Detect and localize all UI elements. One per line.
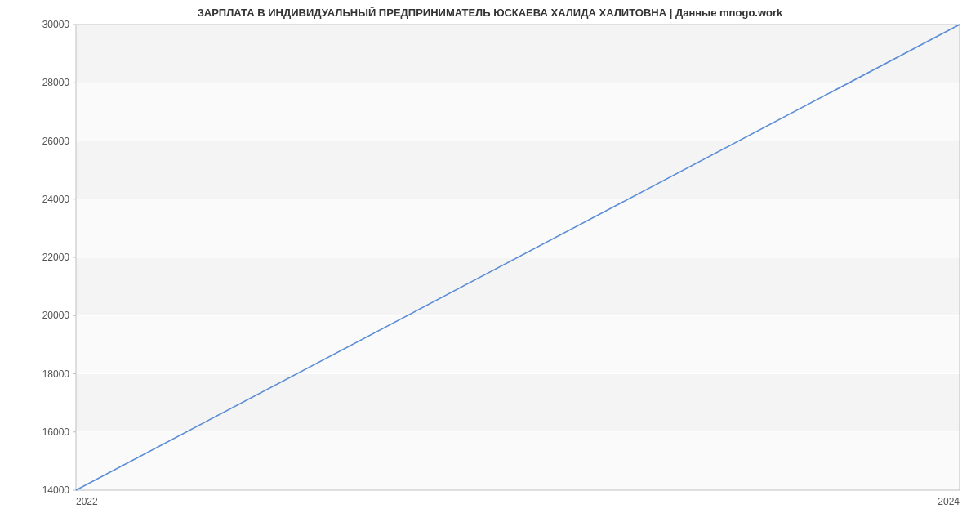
- y-tick-label: 16000: [42, 426, 70, 438]
- y-tick-label: 26000: [42, 136, 70, 147]
- grid-band: [76, 83, 960, 141]
- x-tick-label: 2022: [76, 496, 98, 507]
- y-tick-label: 28000: [42, 77, 70, 88]
- y-tick-label: 22000: [42, 252, 70, 263]
- line-chart: 1400016000180002000022000240002600028000…: [0, 0, 980, 531]
- y-tick-label: 14000: [42, 484, 70, 496]
- y-tick-label: 24000: [42, 194, 70, 205]
- grid-band: [76, 432, 960, 490]
- x-tick-label: 2024: [938, 496, 960, 507]
- grid-band: [76, 199, 960, 257]
- y-tick-label: 20000: [42, 310, 70, 321]
- grid-band: [76, 315, 960, 373]
- y-tick-label: 30000: [42, 19, 70, 30]
- y-tick-label: 18000: [42, 368, 70, 380]
